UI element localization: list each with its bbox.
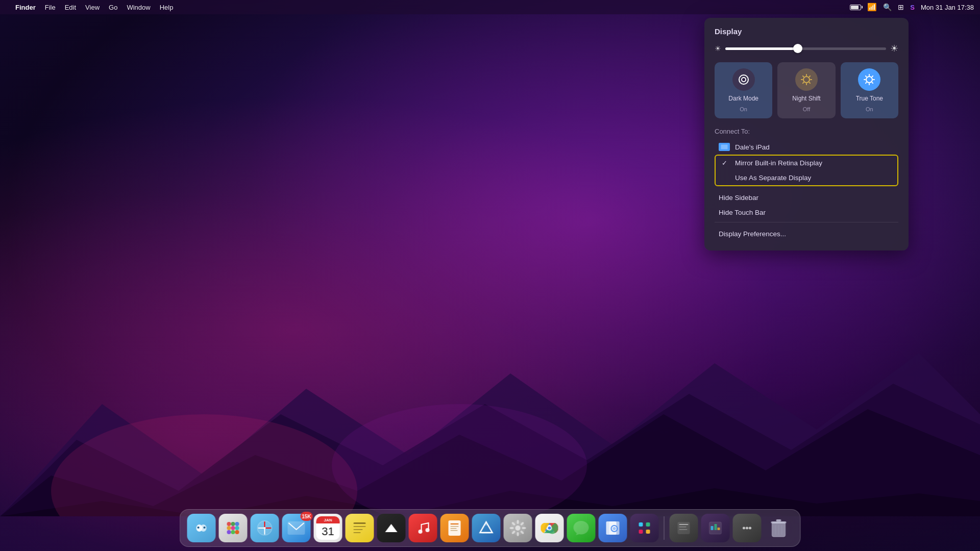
display-prefs-label: Display Preferences... bbox=[719, 230, 786, 238]
dock-system-preferences[interactable] bbox=[504, 514, 532, 542]
brightness-thumb[interactable] bbox=[793, 44, 802, 53]
search-icon[interactable]: 🔍 bbox=[883, 3, 892, 11]
dock-separator bbox=[664, 516, 665, 540]
true-tone-button[interactable]: True Tone On bbox=[841, 62, 898, 118]
svg-point-37 bbox=[227, 526, 231, 530]
hide-touchbar-option[interactable]: Hide Touch Bar bbox=[715, 205, 898, 220]
dock-extra-1[interactable] bbox=[701, 514, 730, 542]
menubar-edit[interactable]: Edit bbox=[65, 4, 76, 11]
dock-trash[interactable] bbox=[765, 514, 793, 542]
night-shift-label: Night Shift bbox=[792, 95, 820, 102]
svg-point-39 bbox=[235, 526, 239, 530]
dock-messages[interactable] bbox=[567, 514, 596, 542]
svg-rect-89 bbox=[679, 529, 688, 530]
hide-sidebar-label: Hide Sidebar bbox=[719, 194, 758, 202]
svg-line-15 bbox=[810, 83, 810, 83]
svg-rect-98 bbox=[771, 521, 787, 523]
dock-dots[interactable] bbox=[733, 514, 762, 542]
dock-notes[interactable] bbox=[346, 514, 374, 542]
svg-rect-61 bbox=[451, 526, 459, 527]
mirror-display-option[interactable]: ✓ Mirror Built-in Retina Display bbox=[716, 156, 897, 170]
brightness-row: ☀ ☀ bbox=[715, 43, 898, 54]
menubar-file[interactable]: File bbox=[45, 4, 56, 11]
dock: 15K JAN 31 bbox=[180, 509, 801, 547]
svg-point-95 bbox=[746, 527, 748, 530]
mountain-background bbox=[0, 312, 980, 516]
brightness-high-icon: ☀ bbox=[890, 43, 898, 54]
menubar: Finder File Edit View Go Window Help 📶 🔍… bbox=[0, 0, 980, 14]
separate-display-option[interactable]: Use As Separate Display bbox=[716, 170, 897, 185]
svg-point-8 bbox=[742, 78, 745, 81]
menubar-window[interactable]: Window bbox=[127, 4, 150, 11]
svg-point-40 bbox=[227, 530, 231, 534]
svg-rect-60 bbox=[451, 523, 459, 524]
menubar-go[interactable]: Go bbox=[109, 4, 117, 11]
mirror-label: Mirror Built-in Retina Display bbox=[735, 159, 822, 167]
svg-line-16 bbox=[810, 76, 810, 77]
svg-point-33 bbox=[204, 527, 206, 529]
control-center-icon[interactable]: ⊞ bbox=[898, 3, 904, 11]
dock-finder[interactable] bbox=[187, 514, 216, 542]
brightness-slider[interactable] bbox=[725, 47, 886, 50]
svg-point-94 bbox=[743, 527, 745, 530]
battery-icon[interactable] bbox=[850, 5, 861, 10]
svg-point-38 bbox=[231, 526, 235, 530]
wifi-icon[interactable]: 📶 bbox=[867, 3, 877, 12]
svg-rect-85 bbox=[646, 530, 650, 534]
svg-point-65 bbox=[516, 525, 521, 531]
svg-point-32 bbox=[198, 527, 200, 529]
svg-line-25 bbox=[872, 76, 873, 77]
svg-rect-50 bbox=[288, 521, 305, 535]
svg-rect-92 bbox=[715, 524, 717, 530]
svg-rect-63 bbox=[451, 530, 458, 531]
svg-point-57 bbox=[419, 530, 423, 534]
brightness-fill bbox=[725, 47, 798, 50]
dock-calendar[interactable]: JAN 31 bbox=[314, 514, 342, 542]
dock-preview[interactable] bbox=[599, 514, 627, 542]
dark-mode-button[interactable]: Dark Mode On bbox=[715, 62, 772, 118]
dock-notes-2[interactable] bbox=[670, 514, 698, 542]
datetime[interactable]: Mon 31 Jan 17:38 bbox=[921, 4, 974, 11]
display-preferences-option[interactable]: Display Preferences... bbox=[715, 227, 898, 241]
svg-rect-86 bbox=[678, 522, 690, 534]
dock-music[interactable] bbox=[409, 514, 437, 542]
dock-mail[interactable]: 15K bbox=[282, 514, 311, 542]
dock-chrome[interactable] bbox=[535, 514, 564, 542]
svg-line-24 bbox=[872, 83, 873, 83]
menubar-right: 📶 🔍 ⊞ S Mon 31 Jan 17:38 bbox=[850, 3, 974, 12]
dock-slack[interactable] bbox=[630, 514, 659, 542]
siri-icon[interactable]: S bbox=[910, 4, 915, 11]
svg-rect-83 bbox=[646, 522, 650, 527]
connect-to-label: Connect To: bbox=[715, 128, 898, 135]
svg-line-26 bbox=[866, 83, 866, 83]
panel-title: Display bbox=[715, 27, 898, 36]
display-panel: Display ☀ ☀ Dark Mode On bbox=[704, 18, 909, 251]
dock-pages[interactable] bbox=[440, 514, 469, 542]
svg-rect-88 bbox=[679, 527, 687, 528]
dock-safari[interactable] bbox=[251, 514, 279, 542]
svg-line-70 bbox=[513, 523, 514, 524]
night-shift-status: Off bbox=[803, 106, 810, 112]
svg-point-41 bbox=[231, 530, 235, 534]
connect-ipad[interactable]: Dale's iPad bbox=[715, 139, 898, 155]
true-tone-icon bbox=[858, 68, 880, 91]
ipad-icon bbox=[719, 143, 730, 151]
svg-rect-53 bbox=[354, 526, 366, 527]
svg-line-72 bbox=[522, 523, 523, 524]
svg-point-42 bbox=[235, 530, 239, 534]
svg-line-71 bbox=[522, 532, 523, 533]
dock-launchpad[interactable] bbox=[219, 514, 248, 542]
svg-point-77 bbox=[548, 527, 551, 530]
menubar-app-name[interactable]: Finder bbox=[15, 4, 36, 11]
svg-point-36 bbox=[235, 522, 239, 526]
hide-sidebar-option[interactable]: Hide Sidebar bbox=[715, 190, 898, 205]
night-shift-button[interactable]: Night Shift Off bbox=[777, 62, 835, 118]
dark-mode-icon bbox=[732, 68, 755, 91]
svg-line-14 bbox=[803, 76, 803, 77]
svg-rect-84 bbox=[639, 530, 643, 534]
menubar-help[interactable]: Help bbox=[160, 4, 174, 11]
dock-appstore[interactable] bbox=[472, 514, 501, 542]
svg-rect-93 bbox=[718, 528, 720, 530]
dock-appletv[interactable] bbox=[377, 514, 406, 542]
menubar-view[interactable]: View bbox=[85, 4, 100, 11]
